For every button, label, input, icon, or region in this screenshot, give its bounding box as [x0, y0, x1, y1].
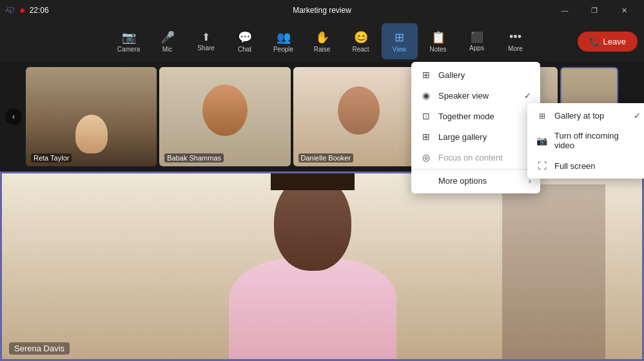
share-icon: ⬆ — [202, 31, 210, 43]
gallery-prev-button[interactable]: ‹ — [5, 108, 22, 125]
gallery-top-icon: ⊞ — [536, 112, 548, 121]
view-option-more[interactable]: More options › — [411, 171, 540, 191]
focus-menu-label: Focus on content — [438, 153, 503, 162]
people-icon: 👥 — [277, 30, 291, 44]
speaker-menu-label: Speaker view — [438, 91, 489, 101]
view-label: View — [393, 46, 407, 53]
leave-label: Leave — [603, 37, 626, 46]
camera-icon: 📷 — [122, 30, 136, 44]
speaker-check-icon: ✓ — [524, 91, 531, 101]
toolbar-react[interactable]: 😊 React — [343, 23, 379, 59]
apps-icon: ⬛ — [471, 31, 483, 43]
participant-2-name: Babak Shammas — [164, 153, 224, 162]
recording-indicator: 🛡 ● 22:06 — [6, 5, 49, 16]
raise-label: Raise — [314, 46, 331, 53]
mic-icon: 🎤 — [161, 30, 175, 44]
turn-off-video-icon: 📷 — [536, 135, 548, 146]
gallery-card-3[interactable]: Danielle Booker — [293, 67, 424, 166]
view-option-focus: ◎ Focus on content — [411, 147, 540, 168]
notes-icon: 📋 — [431, 30, 445, 44]
toolbar-apps[interactable]: ⬛ Apps — [459, 23, 495, 59]
window-controls: — ❐ ✕ — [550, 0, 639, 21]
toolbar-camera[interactable]: 📷 Camera — [111, 23, 147, 59]
people-label: People — [273, 46, 293, 53]
titlebar: 🛡 ● 22:06 ··· Marketing review — ❐ ✕ — [0, 0, 644, 21]
raise-icon: ✋ — [315, 30, 329, 44]
large-gallery-menu-label: Large gallery — [438, 132, 487, 142]
maximize-button[interactable]: ❐ — [580, 0, 609, 21]
participant-3-name: Danielle Booker — [298, 153, 354, 162]
toolbar-people[interactable]: 👥 People — [266, 23, 302, 59]
react-icon: 😊 — [354, 30, 368, 44]
view-dropdown-menu: ⊞ Gallery ◉ Speaker view ✓ ⊡ Together mo… — [411, 62, 540, 193]
recording-time: 22:06 — [30, 6, 49, 15]
gallery-card-1[interactable]: Reta Taylor — [26, 67, 157, 166]
toolbar-raise[interactable]: ✋ Raise — [304, 23, 340, 59]
close-button[interactable]: ✕ — [609, 0, 639, 21]
view-option-gallery[interactable]: ⊞ Gallery — [411, 64, 540, 85]
react-label: React — [352, 46, 369, 53]
focus-menu-icon: ◎ — [420, 152, 432, 162]
toolbar-share[interactable]: ⬆ Share — [188, 23, 224, 59]
apps-label: Apps — [469, 44, 484, 52]
leave-button[interactable]: 📞 Leave — [578, 32, 638, 52]
speaker-name: Serena Davis — [9, 342, 70, 355]
leave-phone-icon: 📞 — [589, 37, 600, 46]
toolbar-view[interactable]: ⊞ View — [382, 23, 418, 59]
more-icon: ••• — [509, 30, 522, 44]
more-options-label: More options — [438, 176, 487, 186]
chat-label: Chat — [238, 46, 251, 53]
view-option-speaker[interactable]: ◉ Speaker view ✓ — [411, 85, 540, 106]
turn-off-video-label: Turn off incoming video — [554, 131, 641, 150]
more-option-fullscreen[interactable]: ⛶ Full screen — [527, 155, 644, 176]
chat-icon: 💬 — [238, 30, 252, 44]
more-options-submenu: ⊞ Gallery at top ✓ 📷 Turn off incoming v… — [527, 103, 644, 179]
camera-label: Camera — [117, 46, 141, 53]
more-label: More — [508, 45, 523, 52]
toolbar-mic[interactable]: 🎤 Mic — [150, 23, 186, 59]
toolbar-more[interactable]: ••• More — [498, 23, 534, 59]
rec-dot: ● — [19, 5, 26, 16]
gallery-top-label: Gallery at top — [554, 111, 604, 121]
toolbar-notes[interactable]: 📋 Notes — [420, 23, 456, 59]
gallery-menu-label: Gallery — [438, 70, 465, 80]
mic-label: Mic — [162, 46, 173, 53]
toolbar-chat[interactable]: 💬 Chat — [227, 23, 263, 59]
toolbar: 📷 Camera 🎤 Mic ⬆ Share 💬 Chat 👥 People ✋… — [0, 21, 644, 62]
fullscreen-label: Full screen — [554, 161, 596, 171]
speaker-background — [0, 171, 644, 361]
gallery-menu-icon: ⊞ — [420, 70, 432, 80]
minimize-button[interactable]: — — [550, 0, 580, 21]
more-option-gallery-top[interactable]: ⊞ Gallery at top ✓ — [527, 106, 644, 126]
speaker-menu-icon: ◉ — [420, 90, 432, 101]
chevron-left-icon: ‹ — [12, 112, 15, 121]
large-gallery-menu-icon: ⊞ — [420, 132, 432, 142]
together-menu-icon: ⊡ — [420, 111, 432, 121]
gallery-card-2[interactable]: Babak Shammas — [159, 67, 290, 166]
gallery-top-check-icon: ✓ — [634, 111, 641, 121]
participant-1-name: Reta Taylor — [31, 153, 72, 162]
view-icon: ⊞ — [395, 30, 404, 44]
share-label: Share — [197, 44, 215, 52]
together-menu-label: Together mode — [438, 112, 494, 121]
shield-icon: 🛡 — [6, 5, 15, 15]
dropdown-divider — [411, 169, 540, 170]
window-title: Marketing review — [293, 6, 351, 15]
view-option-large-gallery[interactable]: ⊞ Large gallery — [411, 126, 540, 147]
view-option-together[interactable]: ⊡ Together mode — [411, 106, 540, 126]
fullscreen-icon: ⛶ — [536, 161, 548, 171]
speaker-view: Serena Davis — [0, 171, 644, 361]
notes-label: Notes — [429, 46, 446, 53]
more-option-turn-off-video[interactable]: 📷 Turn off incoming video — [527, 126, 644, 155]
